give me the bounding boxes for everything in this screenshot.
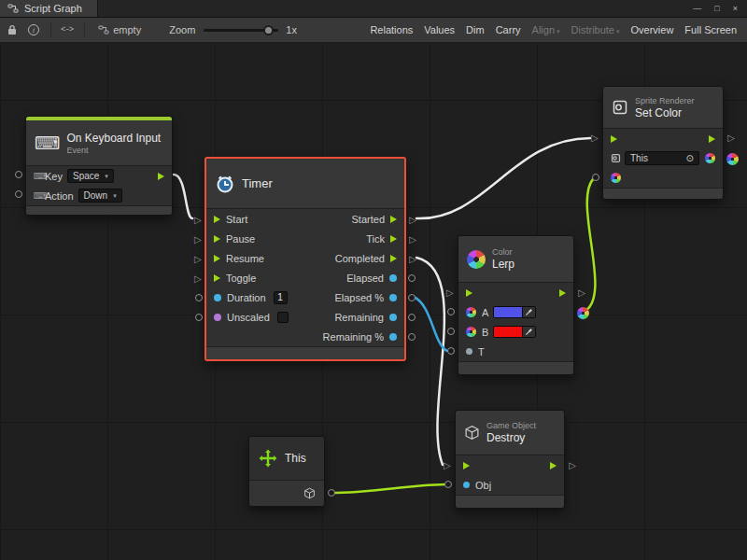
values-button[interactable]: Values — [418, 24, 460, 35]
tick-port[interactable]: ▷ — [409, 235, 416, 245]
node-color-lerp[interactable]: Color Lerp A B — [458, 235, 574, 375]
value-out-port[interactable] — [389, 314, 397, 321]
unscaled-port[interactable] — [195, 314, 203, 321]
code-view-icon[interactable]: <-> — [61, 25, 73, 35]
align-button[interactable]: Align▾ — [527, 24, 566, 35]
target-object-field[interactable]: This ⊙ — [625, 151, 699, 165]
lerp-flow-out-port[interactable]: ▷ — [578, 288, 585, 298]
carry-button[interactable]: Carry — [490, 24, 527, 35]
elapsed-port[interactable] — [408, 274, 416, 282]
distribute-button[interactable]: Distribute▾ — [566, 24, 626, 35]
flow-in-port[interactable] — [466, 289, 472, 297]
value-in-port[interactable] — [214, 294, 221, 301]
wire-timer-completed-to-destroy[interactable] — [416, 258, 444, 465]
full-screen-button[interactable]: Full Screen — [679, 24, 742, 35]
overview-button[interactable]: Overview — [626, 24, 680, 35]
color-value-port[interactable] — [592, 174, 599, 181]
flow-out-port[interactable] — [559, 289, 566, 297]
game-object-cube-icon[interactable] — [303, 487, 316, 499]
info-icon[interactable] — [28, 24, 39, 35]
t-port[interactable] — [447, 347, 455, 355]
color-in-port[interactable] — [611, 173, 621, 183]
flow-in-port[interactable] — [611, 135, 617, 143]
this-out-port[interactable] — [328, 489, 335, 497]
lerp-result-port[interactable] — [577, 307, 589, 319]
unscaled-checkbox[interactable] — [277, 312, 289, 323]
action-input-port[interactable] — [15, 190, 22, 198]
flow-out-port[interactable] — [390, 216, 397, 223]
trigger-out-port[interactable] — [158, 173, 164, 180]
color-out-icon[interactable] — [705, 153, 715, 163]
lerp-flow-in-port[interactable]: ▷ — [446, 288, 454, 298]
obj-in-port[interactable] — [463, 482, 470, 488]
flow-out-port[interactable] — [709, 135, 715, 143]
wire-timer-started-to-set-color[interactable] — [416, 138, 590, 218]
node-set-color[interactable]: Sprite Renderer Set Color This ⊙ — [602, 86, 724, 200]
completed-port[interactable]: ▷ — [409, 255, 416, 264]
color-a-swatch[interactable] — [494, 307, 522, 317]
zoom-slider[interactable] — [204, 29, 278, 32]
a-port[interactable] — [447, 308, 455, 315]
tab-script-graph[interactable]: Script Graph — [0, 0, 98, 17]
bool-in-port[interactable] — [214, 314, 221, 321]
node-this[interactable]: This — [248, 436, 325, 507]
setcolor-flow-out-port[interactable]: ▷ — [727, 133, 735, 143]
relations-button[interactable]: Relations — [364, 24, 418, 35]
flow-in-port[interactable] — [463, 462, 470, 469]
flow-in-port[interactable] — [214, 235, 220, 243]
lerp-flow-row — [458, 283, 573, 302]
destroy-flow-in-port[interactable]: ▷ — [444, 461, 451, 470]
remaining-pct-port[interactable] — [408, 333, 416, 341]
timer-row-toggle: Toggle Elapsed — [206, 268, 404, 287]
key-input-port[interactable] — [15, 171, 22, 178]
node-destroy[interactable]: Game Object Destroy Obj ▷ ▷ — [455, 410, 565, 509]
toggle-port[interactable]: ▷ — [194, 274, 202, 284]
elapsed-pct-port[interactable] — [408, 294, 416, 301]
flow-in-port[interactable] — [214, 216, 220, 223]
eyedropper-icon[interactable] — [522, 307, 535, 317]
node-title: Set Color — [635, 106, 695, 119]
node-timer-selected[interactable]: Timer Start Started Pause Tick Resume Co… — [204, 157, 406, 361]
key-dropdown[interactable]: Space ▾ — [67, 169, 114, 183]
remaining-port[interactable] — [408, 314, 416, 321]
started-port[interactable]: ▷ — [409, 216, 416, 225]
graph-reference-label[interactable]: empty — [113, 24, 141, 35]
flow-in-port[interactable] — [214, 255, 220, 262]
node-on-keyboard-input[interactable]: ⌨ On Keyboard Input Event ⌨ Key Space ▾ … — [25, 116, 173, 216]
setcolor-result-port[interactable] — [726, 153, 739, 165]
start-port[interactable]: ▷ — [194, 216, 202, 225]
flow-out-port[interactable] — [550, 462, 557, 469]
dim-button[interactable]: Dim — [460, 24, 490, 35]
obj-port[interactable] — [444, 481, 452, 488]
color-b-field[interactable] — [493, 326, 536, 338]
duration-port[interactable] — [195, 294, 203, 301]
close-button[interactable]: × — [733, 4, 738, 13]
zoom-slider-handle[interactable] — [263, 25, 274, 35]
color-b-swatch[interactable] — [494, 327, 522, 337]
t-in-port[interactable] — [466, 348, 472, 355]
duration-input[interactable]: 1 — [274, 291, 288, 304]
flow-out-port[interactable] — [390, 255, 397, 262]
destroy-flow-out-port[interactable]: ▷ — [569, 461, 576, 470]
flow-out-port[interactable] — [390, 235, 397, 243]
action-value: Down — [84, 190, 108, 201]
minimize-button[interactable]: — — [693, 4, 701, 13]
setcolor-flow-in-port[interactable]: ▷ — [591, 133, 599, 143]
value-out-port[interactable] — [389, 294, 397, 301]
object-picker-icon[interactable]: ⊙ — [686, 153, 694, 163]
maximize-button[interactable]: □ — [714, 4, 719, 13]
wire-elapsed-pct-to-lerp-t[interactable] — [414, 297, 447, 351]
flow-in-port[interactable] — [214, 274, 220, 282]
color-a-field[interactable] — [493, 306, 536, 318]
value-out-port[interactable] — [389, 274, 397, 282]
eyedropper-icon[interactable] — [522, 327, 535, 337]
b-port[interactable] — [447, 328, 455, 335]
pause-port[interactable]: ▷ — [194, 235, 202, 245]
wire-keyboard-to-timer-start[interactable] — [174, 175, 192, 218]
wire-this-to-destroy-obj[interactable] — [331, 484, 445, 493]
value-out-port[interactable] — [389, 333, 397, 341]
lock-icon[interactable] — [7, 24, 17, 35]
action-dropdown[interactable]: Down ▾ — [78, 189, 122, 203]
resume-port[interactable]: ▷ — [194, 255, 202, 264]
graph-canvas[interactable]: ⌨ On Keyboard Input Event ⌨ Key Space ▾ … — [0, 44, 747, 560]
